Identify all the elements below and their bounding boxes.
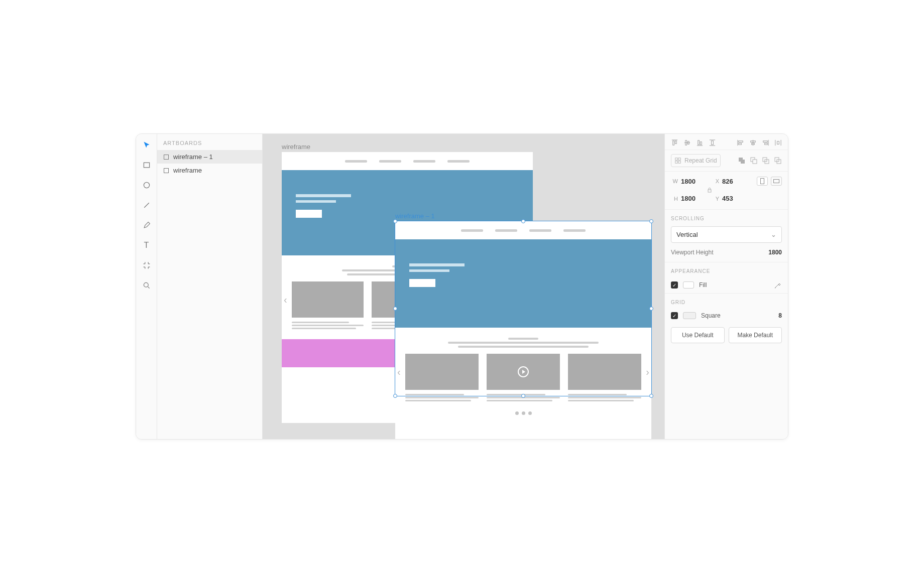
wf1-card-play [487,354,560,390]
wf1-cards: ‹ › [395,354,651,390]
svg-rect-41 [761,179,764,184]
align-hcenter-icon[interactable] [749,139,757,147]
line-tool[interactable] [142,200,152,210]
play-icon [518,366,529,377]
wf1-dots [395,405,651,421]
carousel-prev-icon[interactable]: ‹ [397,366,401,378]
lock-icon[interactable] [707,188,712,193]
svg-rect-32 [678,158,680,160]
portrait-button[interactable] [757,177,768,186]
scrolling-dropdown[interactable]: Vertical ⌄ [671,226,782,243]
artboard-label-front[interactable]: wireframe – 1 [395,212,435,220]
repeat-grid-label: Repeat Grid [684,157,717,164]
grid-type-label: Square [701,312,721,319]
layer-label: wireframe [173,167,202,174]
width-input[interactable]: 1800 [681,178,709,185]
artboard-icon [163,168,169,174]
canvas-area[interactable]: wireframe ‹ › [263,134,664,439]
layer-item-wireframe-1[interactable]: wireframe – 1 [157,150,262,164]
viewport-height-input[interactable]: 1800 [768,249,782,256]
fill-checkbox[interactable]: ✓ [671,281,678,289]
align-left-icon[interactable] [737,139,744,147]
distribute-icon[interactable] [774,139,782,147]
bool-exclude-icon[interactable] [774,157,782,165]
text-tool[interactable]: T [142,240,152,250]
boolean-ops [738,157,782,165]
svg-rect-6 [164,168,169,173]
h-label: H [671,196,678,202]
wf1-card [568,354,641,390]
ellipse-tool[interactable] [142,180,152,190]
svg-point-1 [144,182,149,188]
svg-rect-27 [765,143,768,145]
svg-rect-15 [700,142,702,145]
svg-rect-9 [675,141,676,144]
svg-rect-5 [164,155,169,159]
svg-rect-0 [144,163,149,168]
svg-rect-36 [753,160,757,164]
y-label: Y [712,196,719,202]
align-bottom-icon[interactable] [696,139,704,147]
grid-size-input[interactable]: 8 [778,312,782,319]
viewport-height-label: Viewport Height [671,249,714,256]
wf1-nav [395,221,651,239]
svg-rect-20 [739,141,743,142]
wf1-card [405,354,479,390]
layer-label: wireframe – 1 [173,153,213,161]
appearance-header: APPEARANCE [665,262,788,277]
grid-swatch[interactable] [683,312,696,319]
w-label: W [671,178,678,184]
layers-header: ARTBOARDS [157,138,262,150]
svg-rect-14 [698,140,700,145]
artboard-icon [163,154,169,160]
svg-point-3 [144,282,148,287]
bool-subtract-icon[interactable] [750,157,758,165]
wf-card [292,281,364,318]
svg-rect-42 [774,180,779,183]
align-stretch-icon[interactable] [709,139,716,147]
svg-rect-33 [675,161,677,163]
svg-rect-18 [712,141,714,145]
repeat-grid-button[interactable]: Repeat Grid [671,154,721,167]
carousel-prev-icon[interactable]: ‹ [284,294,287,306]
transform-section: W 1800 X 826 H 1800 Y 453 [665,172,788,210]
svg-line-4 [148,286,149,288]
select-tool[interactable] [142,140,152,150]
repeat-grid-row: Repeat Grid [665,150,788,172]
make-default-button[interactable]: Make Default [729,327,782,343]
artboard-wireframe-1[interactable]: ‹ › [395,221,651,439]
svg-rect-21 [739,143,742,145]
scrolling-value: Vertical [676,231,698,238]
eyedropper-icon[interactable] [774,281,782,289]
svg-rect-31 [675,158,677,160]
svg-rect-34 [678,161,680,163]
wf-nav [282,152,533,170]
align-bar [665,134,788,150]
artboard-tool[interactable] [142,260,152,270]
inspector-panel: Repeat Grid W 1800 X 826 [664,134,788,439]
grid-checkbox[interactable]: ✓ [671,312,678,319]
align-top-icon[interactable] [671,139,678,147]
svg-rect-26 [763,141,767,142]
bool-intersect-icon[interactable] [762,157,770,165]
fill-swatch[interactable] [683,281,694,289]
bool-union-icon[interactable] [738,157,746,165]
align-vcenter-icon[interactable] [683,139,691,147]
pen-tool[interactable] [142,220,152,230]
align-right-icon[interactable] [762,139,769,147]
artboard-label-back[interactable]: wireframe [282,143,310,151]
scrolling-header: SCROLLING [665,210,788,224]
x-input[interactable]: 826 [722,178,750,185]
svg-rect-30 [777,141,779,145]
rectangle-tool[interactable] [142,160,152,170]
zoom-tool[interactable] [142,280,152,291]
landscape-button[interactable] [771,177,782,186]
svg-rect-43 [708,190,711,192]
layer-item-wireframe[interactable]: wireframe [157,164,262,177]
app-window: T ARTBOARDS wireframe – 1 wireframe wire… [136,133,788,440]
height-input[interactable]: 1800 [681,195,709,202]
fill-label: Fill [699,281,707,289]
carousel-next-icon[interactable]: › [646,366,649,378]
y-input[interactable]: 453 [722,195,750,202]
use-default-button[interactable]: Use Default [671,327,725,343]
